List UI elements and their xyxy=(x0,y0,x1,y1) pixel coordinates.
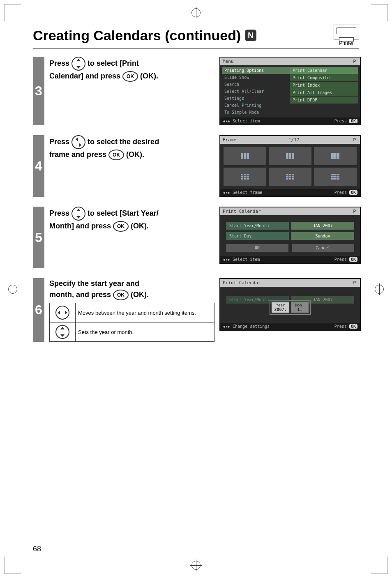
step-instruction: Press to select [Start Year/ Month] and … xyxy=(49,207,214,268)
page-title: Creating Calendars (continued) xyxy=(33,28,241,44)
text: Month] and press xyxy=(49,222,113,230)
field-label: Start Day xyxy=(226,232,289,240)
p-badge: P xyxy=(351,280,357,286)
text: month, and press xyxy=(49,290,113,299)
menu-item: Print All Images xyxy=(290,89,358,96)
screenshot-menu: Menu P Printing Options Slide Show Searc… xyxy=(219,57,361,125)
footer-hint: ◀✦▶ Select item xyxy=(223,257,260,262)
text: to select [Print xyxy=(88,59,139,67)
spinner-label: Year xyxy=(273,303,288,307)
frame-option xyxy=(269,168,311,186)
text: Press xyxy=(49,138,71,146)
shot-title: Print Calendar xyxy=(223,280,261,286)
ok-pill: OK xyxy=(349,190,357,195)
p-badge: P xyxy=(351,209,357,214)
year-spinner: Year 2007. xyxy=(272,302,289,313)
field-value: JAN 2007 xyxy=(291,222,354,230)
frame-option xyxy=(314,168,357,186)
menu-item: Settings xyxy=(222,95,290,102)
menu-item: Print Index xyxy=(290,82,358,89)
up-down-icon xyxy=(71,207,85,221)
footer-hint: Press xyxy=(334,119,347,123)
screenshot-frame: Frame 1/17 P ◀✦▶ Select frame xyxy=(219,135,361,197)
shot-title: Frame xyxy=(223,137,236,143)
ok-icon: OK xyxy=(122,71,138,82)
menu-item: Print Composite xyxy=(290,74,358,81)
ok-icon: OK xyxy=(113,221,129,232)
footer-hint: Press xyxy=(334,324,347,329)
menu-item: Print DPOF xyxy=(290,97,358,104)
step-number: 3 xyxy=(33,57,44,125)
footer-hint: ◀✦▶ Select item xyxy=(223,119,260,123)
text: Specify the start year and xyxy=(49,279,139,288)
printer-indicator: Printer xyxy=(334,25,359,46)
menu-item: Select All/Clear xyxy=(222,88,290,95)
menu-item: Print Calendar xyxy=(290,67,358,74)
up-down-icon xyxy=(55,325,69,339)
spinner-value: 1. xyxy=(293,307,307,312)
up-down-icon xyxy=(71,57,85,71)
frame-option xyxy=(224,168,266,186)
crop-mark xyxy=(371,4,388,21)
left-right-icon xyxy=(55,306,69,320)
page-number: 68 xyxy=(33,545,41,553)
step-instruction: Press to select the desired frame and pr… xyxy=(49,135,214,197)
text: (OK). xyxy=(126,150,144,159)
text: Press xyxy=(49,209,71,217)
ok-pill: OK xyxy=(349,257,357,262)
registration-mark xyxy=(191,561,201,570)
ok-option: OK xyxy=(226,244,288,252)
text: (OK). xyxy=(131,290,149,299)
menu-item: Search xyxy=(222,81,290,88)
screenshot-print-calendar-edit: Print Calendar P Start Year/Month JAN 20… xyxy=(219,278,361,331)
menu-item: To Simple Mode xyxy=(222,109,290,116)
field-value: Sunday xyxy=(291,232,354,240)
text: (OK). xyxy=(131,222,149,230)
field-label: Start Year/Month xyxy=(226,222,289,230)
ok-icon: OK xyxy=(108,150,124,160)
footer-hint: Press xyxy=(334,190,347,195)
frame-option xyxy=(224,147,266,165)
text: to select the desired xyxy=(88,138,159,146)
registration-mark xyxy=(8,285,17,294)
shot-title: Print Calendar xyxy=(223,209,261,214)
text: frame and press xyxy=(49,150,108,159)
printer-icon xyxy=(334,25,359,39)
menu-item: Printing Options xyxy=(222,67,290,74)
crop-mark xyxy=(4,557,21,574)
text: (OK). xyxy=(140,72,158,80)
step-instruction: Press to select [Print Calendar] and pre… xyxy=(49,57,214,125)
step-number: 4 xyxy=(33,135,44,197)
month-spinner: Mon. 1. xyxy=(291,302,309,313)
screenshot-print-calendar: Print Calendar P Start Year/Month JAN 20… xyxy=(219,207,361,264)
control-table: Moves between the year and month setting… xyxy=(49,303,214,342)
control-description: Moves between the year and month setting… xyxy=(76,303,214,322)
frame-option xyxy=(314,147,357,165)
crop-mark xyxy=(371,557,388,574)
dpad-icon xyxy=(71,135,85,149)
registration-mark xyxy=(375,285,384,294)
footer-hint: ◀✦▶ Select frame xyxy=(223,190,262,195)
divider xyxy=(33,48,359,49)
p-badge: P xyxy=(351,137,357,143)
footer-hint: ◀✦▶ Change settings xyxy=(223,324,270,329)
p-badge: P xyxy=(351,59,357,64)
text: Press xyxy=(49,59,71,67)
footer-hint: Press xyxy=(334,257,347,262)
spinner-value: 2007. xyxy=(273,307,288,312)
crop-mark xyxy=(4,4,21,21)
ok-icon: OK xyxy=(113,290,129,300)
menu-item: Cancel Printing xyxy=(222,102,290,109)
text: to select [Start Year/ xyxy=(88,209,159,217)
shot-title: Menu xyxy=(223,59,234,64)
step-number: 6 xyxy=(33,278,44,342)
step-instruction: Specify the start year and month, and pr… xyxy=(49,278,214,342)
ok-pill: OK xyxy=(349,324,357,329)
registration-mark xyxy=(191,8,201,17)
cancel-option: Cancel xyxy=(292,244,354,252)
frame-count: 1/17 xyxy=(288,137,300,143)
control-description: Sets the year or month. xyxy=(76,322,214,342)
text: Calendar] and press xyxy=(49,72,122,80)
step-number: 5 xyxy=(33,207,44,268)
ok-pill: OK xyxy=(349,119,357,123)
